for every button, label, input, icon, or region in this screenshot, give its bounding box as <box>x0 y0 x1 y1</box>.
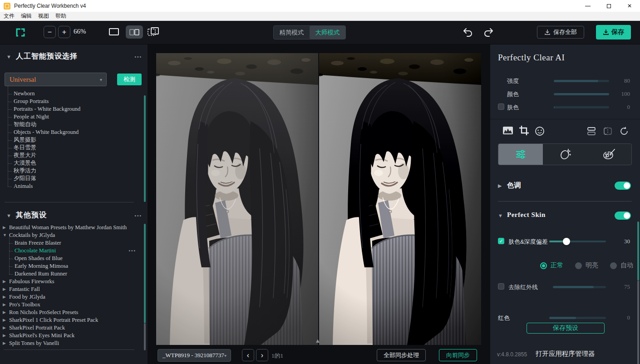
skin-slider[interactable] <box>554 106 609 108</box>
app-manager-link[interactable]: 打开应用程序管理器 <box>536 349 595 358</box>
tree-item[interactable]: Chocolate Martini••• <box>0 247 142 255</box>
ai-presets-header[interactable]: ▼ 人工智能预设选择 <box>6 52 78 61</box>
preset-item[interactable]: Newborn <box>0 90 142 98</box>
strength-slider[interactable] <box>554 80 609 82</box>
menu-help[interactable]: 帮助 <box>55 12 66 20</box>
preset-item[interactable]: Portraits - White Background <box>0 105 142 113</box>
tree-item[interactable]: Darkened Rum Runner <box>0 270 142 278</box>
sync-all-button[interactable]: 全部同步处理 <box>377 349 426 361</box>
preset-item[interactable]: 夕阳日落 <box>0 175 142 182</box>
tree-item[interactable]: ▶Pro's Toolbox <box>0 301 142 309</box>
tree-item[interactable]: ▶SharkPixel Portrait Pack <box>0 324 142 332</box>
tree-item[interactable]: Open Shades of Blue <box>0 255 142 262</box>
preset-item[interactable]: Group Portraits <box>0 98 142 105</box>
crop-icon[interactable] <box>519 125 529 136</box>
radio-option[interactable]: 正常 <box>540 261 563 270</box>
tree-item[interactable]: ▶Split Tones by Vanelli <box>0 339 142 347</box>
other-list-scrollbar[interactable] <box>144 224 146 323</box>
other-presets-header[interactable]: ▼ 其他预设 <box>6 211 47 220</box>
collapse-triangle-icon[interactable]: ▼ <box>3 231 7 239</box>
previous-image-button[interactable]: ‹ <box>242 349 254 361</box>
rotate-icon[interactable] <box>619 126 629 136</box>
preset-item[interactable]: 智能自动 <box>0 121 142 128</box>
mode-simple-button[interactable]: 精简模式 <box>274 26 310 39</box>
tree-item[interactable]: ▼Cocktails by JGlyda <box>0 231 142 239</box>
collapse-triangle-icon[interactable]: ▼ <box>6 54 11 59</box>
redo-icon[interactable] <box>483 27 494 38</box>
menu-view[interactable]: 视图 <box>38 12 49 20</box>
file-dropdown[interactable]: _WTP8919 - 3921087737 ▾ <box>158 349 231 362</box>
ai-presets-menu-dots[interactable]: ••• <box>134 54 142 59</box>
bias-slider[interactable] <box>549 241 606 242</box>
other-list-scrollbar-track[interactable] <box>144 323 146 350</box>
tree-item[interactable]: ▶Beautiful Woman Presets by Matthew Jord… <box>0 224 142 231</box>
tree-item[interactable]: Early Morning Mimosa <box>0 262 142 270</box>
expand-triangle-icon[interactable]: ▶ <box>498 183 502 189</box>
expand-triangle-icon[interactable]: ▶ <box>3 324 6 332</box>
perfect-skin-toggle[interactable] <box>615 212 631 220</box>
next-image-button[interactable]: › <box>256 349 268 361</box>
compare-view-icon[interactable] <box>147 27 160 38</box>
menu-edit[interactable]: 编辑 <box>21 12 32 20</box>
other-presets-menu-dots[interactable]: ••• <box>134 213 142 218</box>
flip-vertical-icon[interactable] <box>586 126 596 136</box>
minimize-button[interactable]: — <box>577 0 598 12</box>
undo-icon[interactable] <box>463 27 473 38</box>
expand-triangle-icon[interactable]: ▶ <box>3 224 6 231</box>
tree-item[interactable]: ▶Food by JGlyda <box>0 293 142 301</box>
collapse-triangle-icon[interactable]: ▼ <box>6 213 11 218</box>
expand-triangle-icon[interactable]: ▶ <box>3 301 6 309</box>
split-view-button[interactable] <box>126 25 143 39</box>
single-view-icon[interactable] <box>108 27 119 36</box>
item-menu-dots[interactable]: ••• <box>128 247 136 255</box>
preset-item[interactable]: 夜景大片 <box>0 152 142 159</box>
skin-checkbox[interactable] <box>498 103 504 110</box>
slider-knob[interactable] <box>563 238 570 245</box>
tone-toggle[interactable] <box>615 182 631 190</box>
filmstrip-expand-arrow[interactable]: ▲ <box>313 337 322 344</box>
tree-item[interactable]: ▶Fabulous Fireworks <box>0 278 142 285</box>
preset-item[interactable]: 冬日雪景 <box>0 144 142 152</box>
flip-horizontal-icon[interactable] <box>603 126 613 136</box>
after-image[interactable] <box>319 53 481 345</box>
preset-item[interactable]: 风景摄影 <box>0 136 142 144</box>
expand-triangle-icon[interactable]: ▶ <box>3 309 6 316</box>
expand-triangle-icon[interactable]: ▶ <box>3 339 6 347</box>
tree-item[interactable]: ▶SharkPixel's Eyes Mini Pack <box>0 332 142 339</box>
right-panel-scrollbar-track[interactable] <box>637 280 639 364</box>
mode-master-button[interactable]: 大师模式 <box>310 26 345 39</box>
zoom-in-button[interactable]: + <box>58 26 70 38</box>
face-smiley-icon[interactable] <box>535 126 545 136</box>
sync-forward-button[interactable]: 向前同步 <box>439 349 477 361</box>
maximize-button[interactable] <box>598 0 619 12</box>
preset-item[interactable]: 秋季活力 <box>0 167 142 175</box>
before-image[interactable] <box>156 53 318 345</box>
tree-item[interactable]: ▶Fantastic Fall <box>0 285 142 293</box>
infrared-slider[interactable] <box>553 286 606 288</box>
color-slider[interactable] <box>554 93 609 95</box>
tree-item[interactable]: ▶SharkPixel 1 Click Portrait Preset Pack <box>0 316 142 324</box>
red-slider[interactable] <box>549 317 606 319</box>
detect-button[interactable]: 检测 <box>117 74 142 85</box>
ai-list-scrollbar[interactable] <box>144 95 146 202</box>
menu-file[interactable]: 文件 <box>4 12 15 20</box>
right-panel-scrollbar[interactable] <box>637 221 639 280</box>
save-preset-button[interactable]: 保存预设 <box>527 323 605 334</box>
expand-triangle-icon[interactable]: ▶ <box>3 278 6 285</box>
tree-item[interactable]: Brain Freeze Blaster <box>0 239 142 247</box>
radio-option[interactable]: 自动 <box>610 261 633 270</box>
expand-triangle-icon[interactable]: ▶ <box>3 347 6 348</box>
preset-item[interactable]: Objects - White Background <box>0 128 142 136</box>
expand-triangle-icon[interactable]: ▶ <box>3 316 6 324</box>
preset-item[interactable]: People at Night <box>0 113 142 121</box>
save-all-button[interactable]: 保存全部 <box>537 26 584 39</box>
tree-item[interactable]: ▶Ron Nichols ProSelect Presets <box>0 309 142 316</box>
save-button[interactable]: 保存 <box>596 25 631 39</box>
close-button[interactable]: ✕ <box>619 0 640 12</box>
bias-checkbox[interactable]: ✓ <box>498 238 504 244</box>
histogram-icon[interactable] <box>502 126 513 135</box>
ai-preset-dropdown[interactable]: Universal ▾ <box>5 73 107 86</box>
expand-triangle-icon[interactable]: ▶ <box>3 293 6 301</box>
tab-adjustments[interactable] <box>498 144 543 165</box>
expand-triangle-icon[interactable]: ▶ <box>3 332 6 339</box>
